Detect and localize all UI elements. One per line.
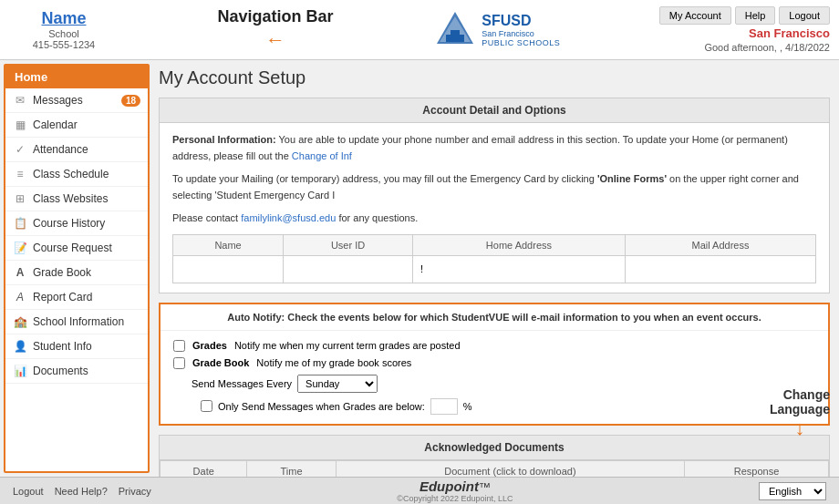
sidebar-label-class-websites: Class Websites — [33, 192, 140, 205]
sidebar-item-class-schedule[interactable]: ≡ Class Schedule — [5, 162, 148, 187]
footer-copyright: ©Copyright 2022 Edupoint, LLC — [397, 494, 513, 503]
grade-threshold-input[interactable] — [430, 398, 458, 415]
course-request-icon: 📝 — [13, 241, 27, 255]
change-lang-annotation-label: ChangeLanguage — [770, 387, 830, 417]
calendar-icon: ▦ — [13, 118, 27, 132]
ack-col-date: Date — [161, 460, 247, 477]
col-user-id: User ID — [284, 234, 413, 255]
top-bar: Name School 415-555-1234 Navigation Bar … — [0, 0, 839, 60]
messages-icon: ✉ — [13, 93, 27, 108]
sidebar-item-documents[interactable]: 📊 Documents — [5, 359, 148, 384]
online-forms-link[interactable]: 'Online Forms' — [597, 173, 667, 184]
student-info-icon: 👤 — [13, 339, 27, 354]
ack-docs-header: Acknowledged Documents — [160, 436, 829, 460]
contact-email[interactable]: familylink@sfusd.edu — [241, 212, 336, 223]
sidebar-item-course-history[interactable]: 📋 Course History — [5, 211, 148, 236]
footer-need-help-link[interactable]: Need Help? — [55, 486, 108, 497]
sidebar-label-student-info: Student Info — [33, 340, 140, 353]
footer-brand-area: Edupoint™ ©Copyright 2022 Edupoint, LLC — [397, 478, 513, 503]
grade-book-checkbox[interactable] — [173, 357, 185, 369]
grades-checkbox[interactable] — [173, 340, 185, 352]
sidebar-home[interactable]: Home — [5, 66, 148, 88]
contact-text: Please contact — [172, 212, 241, 223]
contact-info-text: Please contact familylink@sfusd.edu for … — [172, 211, 816, 227]
school-information-icon: 🏫 — [13, 314, 27, 329]
grades-text: Notify me when my current term grades ar… — [234, 340, 461, 351]
ack-col-response: Response — [685, 460, 829, 477]
change-lang-annotation: ChangeLanguage ↓ — [770, 387, 830, 440]
sidebar-item-report-card[interactable]: A Report Card — [5, 285, 148, 310]
send-messages-label: Send Messages Every — [192, 378, 292, 389]
sidebar-label-class-schedule: Class Schedule — [33, 168, 140, 180]
logo-area: SFUSD San Francisco Public Schools — [432, 7, 560, 53]
sidebar-item-course-request[interactable]: 📝 Course Request — [5, 236, 148, 261]
my-account-button[interactable]: My Account — [659, 6, 731, 25]
only-send-row: Only Send Messages when Grades are below… — [201, 398, 815, 415]
grades-notify-row: Grades Notify me when my current term gr… — [173, 340, 815, 352]
ack-docs-body: Date Time Document (click to download) R… — [160, 460, 829, 477]
cell-name — [173, 255, 284, 283]
content-area: My Account Setup Account Detail and Opti… — [150, 60, 839, 477]
sidebar-label-attendance: Attendance — [33, 143, 140, 156]
sidebar-item-calendar[interactable]: ▦ Calendar — [5, 113, 148, 138]
class-schedule-icon: ≡ — [13, 167, 27, 181]
school-name: School — [48, 28, 79, 39]
cell-user-id — [284, 255, 413, 283]
change-lang-arrow-icon: ↓ — [794, 417, 804, 440]
sidebar-label-course-request: Course Request — [33, 242, 140, 254]
sidebar-label-documents: Documents — [33, 365, 140, 377]
account-table: Name User ID Home Address Mail Address ! — [172, 234, 816, 283]
grade-book-icon: A — [13, 265, 27, 280]
auto-notify-body: Grades Notify me when my current term gr… — [161, 331, 828, 424]
auto-notify-card: Auto Notify: Check the events below for … — [159, 303, 830, 426]
sidebar-label-calendar: Calendar — [33, 118, 140, 131]
personal-info-text: Personal Information: You are able to up… — [172, 132, 816, 164]
svg-rect-4 — [459, 35, 464, 42]
messages-badge: 18 — [121, 95, 140, 107]
sidebar-item-messages[interactable]: ✉ Messages 18 — [5, 88, 148, 113]
brand-name: Edupoint — [420, 478, 479, 494]
sfusd-logo: SFUSD San Francisco Public Schools — [432, 7, 560, 53]
course-history-icon: 📋 — [13, 216, 27, 231]
nav-bar-annotation: Navigation Bar ← — [218, 7, 334, 52]
nav-arrow-icon: ← — [265, 28, 285, 52]
sidebar-item-student-info[interactable]: 👤 Student Info — [5, 334, 148, 359]
change-of-info-link[interactable]: Change of Inf — [292, 150, 352, 161]
only-send-label: Only Send Messages when Grades are below… — [218, 401, 425, 412]
grades-label: Grades — [192, 340, 227, 351]
cell-home-address: ! — [412, 255, 625, 283]
page-wrapper: Name School 415-555-1234 Navigation Bar … — [0, 0, 839, 504]
auto-notify-header: Auto Notify: Check the events below for … — [161, 304, 828, 331]
mailing-info-text: To update your Mailing (or temporary) ad… — [172, 171, 816, 203]
sidebar-item-class-websites[interactable]: ⊞ Class Websites — [5, 187, 148, 211]
sidebar-item-attendance[interactable]: ✓ Attendance — [5, 138, 148, 162]
sfusd-full: San Francisco — [482, 29, 560, 38]
top-buttons: My Account Help Logout — [659, 6, 830, 25]
documents-icon: 📊 — [13, 364, 27, 378]
nav-bar-label: Navigation Bar — [218, 7, 334, 26]
acknowledged-docs-card: Acknowledged Documents Date Time Documen… — [159, 435, 830, 477]
greeting-text: Good afternoon, , 4/18/2022 — [704, 42, 830, 53]
sidebar: Home ✉ Messages 18 ▦ Calendar ✓ Attendan… — [4, 64, 150, 473]
only-send-checkbox[interactable] — [201, 400, 212, 412]
grade-book-text: Notify me of my grade book scores — [256, 357, 411, 368]
user-name[interactable]: Name — [41, 9, 86, 28]
page-title: My Account Setup — [159, 67, 830, 88]
location-text: San Francisco — [749, 26, 830, 40]
language-select[interactable]: English Español 中文 — [759, 482, 826, 500]
footer-brand: Edupoint™ — [397, 478, 513, 494]
footer-logout-link[interactable]: Logout — [13, 486, 44, 497]
sfusd-logo-icon — [432, 7, 478, 53]
sidebar-item-school-information[interactable]: 🏫 School Information — [5, 310, 148, 334]
col-home-address: Home Address — [412, 234, 625, 255]
class-websites-icon: ⊞ — [13, 191, 27, 206]
help-button[interactable]: Help — [735, 6, 776, 25]
logout-button[interactable]: Logout — [779, 6, 830, 25]
send-messages-select[interactable]: Sunday Monday Tuesday Wednesday Thursday… — [297, 375, 378, 393]
sidebar-label-report-card: Report Card — [33, 291, 140, 303]
footer-privacy-link[interactable]: Privacy — [119, 486, 151, 497]
phone-number: 415-555-1234 — [33, 39, 96, 50]
sidebar-item-grade-book[interactable]: A Grade Book — [5, 261, 148, 285]
grade-book-notify-row: Grade Book Notify me of my grade book sc… — [173, 357, 815, 369]
sfusd-text: SFUSD San Francisco Public Schools — [482, 13, 560, 47]
